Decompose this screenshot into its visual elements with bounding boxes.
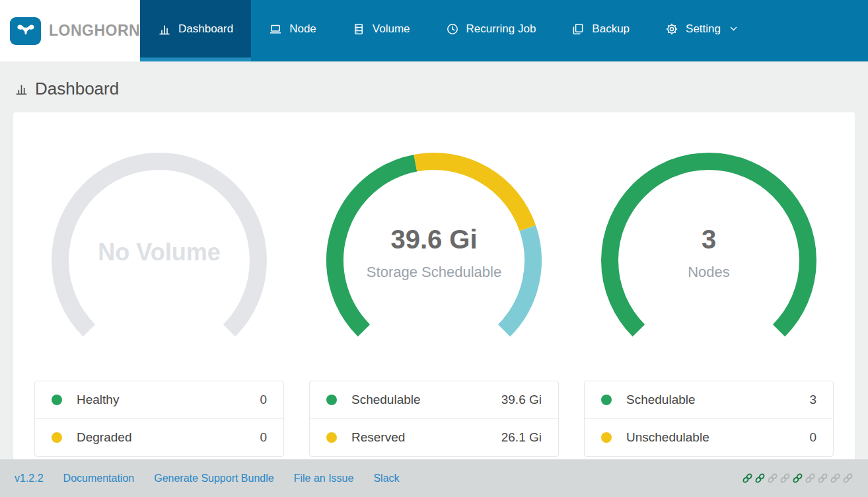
legend-label: Healthy [77, 393, 119, 407]
legend-dot-icon [601, 432, 612, 443]
link-status-icon [805, 473, 816, 484]
link-status-icon [830, 473, 841, 484]
legend-row-degraded[interactable]: Degraded0 [35, 418, 283, 456]
legend-label: Schedulable [351, 393, 421, 407]
footer-link-generate-support-bundle[interactable]: Generate Support Bundle [154, 473, 273, 484]
node-gauge-legend: Schedulable3Unschedulable0 [584, 381, 834, 457]
nav-item-recurring-job[interactable]: Recurring Job [428, 0, 554, 61]
brand[interactable]: LONGHORN [0, 0, 140, 61]
dashboard-title-icon [15, 82, 28, 96]
nav-item-label: Volume [373, 22, 410, 36]
legend-row-schedulable[interactable]: Schedulable39.6 Gi [310, 381, 558, 418]
legend-dot-icon [52, 432, 62, 443]
node-gauge: 3Nodes [593, 143, 825, 362]
volume-gauge-arc [43, 143, 275, 362]
legend-row-unschedulable[interactable]: Unschedulable0 [585, 418, 833, 456]
gauge-segment-schedulable [335, 163, 416, 330]
legend-value: 0 [260, 430, 267, 445]
main-content: Dashboard No VolumeHealthy0Degraded039.6… [0, 79, 868, 497]
legend-value: 0 [260, 393, 267, 407]
footer-link-slack[interactable]: Slack [373, 473, 399, 484]
gauge-segment-no-volume [60, 161, 258, 330]
nav-item-label: Node [289, 22, 316, 36]
legend-row-reserved[interactable]: Reserved26.1 Gi [310, 418, 558, 456]
storage-gauge: 39.6 GiStorage Schedulable [318, 143, 550, 362]
page-title-text: Dashboard [35, 79, 119, 99]
gauge-segment-schedulable [610, 161, 808, 330]
backup-icon [571, 22, 585, 36]
legend-dot-icon [326, 395, 337, 405]
link-status-icon [754, 473, 766, 484]
legend-row-healthy[interactable]: Healthy0 [35, 381, 283, 418]
footer-link-documentation[interactable]: Documentation [63, 473, 135, 484]
node-gauge-panel: 3NodesSchedulable3Unschedulable0 [584, 143, 834, 457]
chevron-down-icon [729, 24, 738, 33]
nav-item-backup[interactable]: Backup [554, 0, 647, 61]
legend-dot-icon [601, 395, 612, 405]
legend-dot-icon [326, 432, 337, 443]
legend-label: Unschedulable [626, 430, 709, 445]
footer-link-status-icons [742, 473, 853, 484]
volume-gauge: No Volume [43, 143, 275, 362]
link-status-icon [842, 473, 853, 484]
nav-item-node[interactable]: Node [251, 0, 334, 61]
volume-gauge-legend: Healthy0Degraded0 [34, 381, 284, 457]
dashboard-card: No VolumeHealthy0Degraded039.6 GiStorage… [13, 112, 855, 497]
footer-link-file-an-issue[interactable]: File an Issue [294, 473, 354, 484]
nav-item-volume[interactable]: Volume [334, 0, 428, 61]
nav-item-label: Setting [686, 22, 721, 36]
link-status-icon [817, 473, 828, 484]
volume-gauge-panel: No VolumeHealthy0Degraded0 [34, 143, 284, 457]
longhorn-logo-icon [10, 17, 41, 45]
node-icon [269, 22, 282, 36]
link-status-icon [779, 473, 791, 484]
main-nav: DashboardNodeVolumeRecurring JobBackupSe… [140, 0, 868, 61]
nav-item-label: Recurring Job [466, 22, 536, 36]
legend-dot-icon [52, 395, 62, 405]
storage-gauge-panel: 39.6 GiStorage SchedulableSchedulable39.… [309, 143, 559, 457]
nav-item-setting[interactable]: Setting [647, 0, 756, 61]
footer-bar: v1.2.2DocumentationGenerate Support Bund… [0, 459, 868, 497]
legend-value: 26.1 Gi [501, 430, 542, 445]
page-title: Dashboard [15, 79, 855, 99]
footer-version-link[interactable]: v1.2.2 [15, 473, 44, 484]
legend-label: Degraded [77, 430, 131, 445]
storage-gauge-legend: Schedulable39.6 GiReserved26.1 Gi [309, 381, 559, 457]
link-status-icon [792, 473, 803, 484]
legend-row-schedulable[interactable]: Schedulable3 [585, 381, 833, 418]
link-status-icon [767, 473, 778, 484]
node-gauge-arc [593, 143, 825, 362]
storage-gauge-arc [318, 143, 550, 362]
gauge-columns: No VolumeHealthy0Degraded039.6 GiStorage… [34, 143, 834, 457]
nav-item-label: Dashboard [178, 22, 233, 36]
legend-label: Schedulable [626, 393, 696, 407]
setting-gear-icon [665, 22, 678, 36]
nav-item-label: Backup [592, 22, 630, 36]
legend-value: 3 [809, 393, 816, 407]
footer-links: v1.2.2DocumentationGenerate Support Bund… [15, 473, 400, 484]
link-status-icon [742, 473, 753, 484]
recurring-job-icon [446, 22, 459, 36]
nav-item-dashboard[interactable]: Dashboard [140, 0, 251, 61]
legend-value: 39.6 Gi [501, 393, 542, 407]
legend-value: 0 [809, 430, 816, 445]
volume-icon [352, 22, 365, 36]
dashboard-icon [158, 22, 171, 36]
brand-name: LONGHORN [49, 22, 140, 40]
top-nav-bar: LONGHORN DashboardNodeVolumeRecurring Jo… [0, 0, 868, 61]
legend-label: Reserved [351, 430, 405, 445]
gauge-segment-used [504, 228, 533, 330]
gauge-segment-reserved [416, 161, 528, 228]
